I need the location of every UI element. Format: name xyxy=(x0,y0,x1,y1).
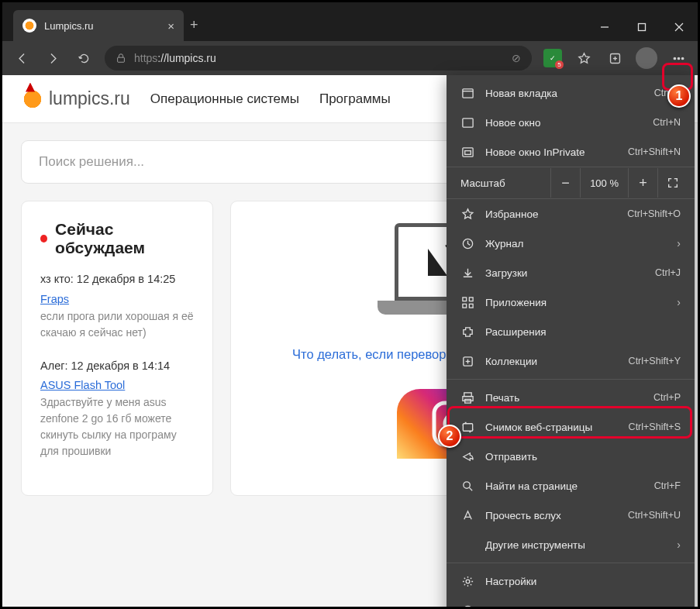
titlebar: Lumpics.ru × + xyxy=(2,2,698,41)
svg-rect-22 xyxy=(462,304,466,308)
menu-favorites[interactable]: Избранное Ctrl+Shift+O xyxy=(447,199,695,229)
svg-rect-18 xyxy=(464,150,471,154)
address-bar[interactable]: https://lumpics.ru ⊘ xyxy=(105,46,532,71)
extension-shield[interactable]: ✓ xyxy=(538,44,567,72)
svg-rect-27 xyxy=(464,392,471,396)
profile-icon[interactable] xyxy=(636,47,657,69)
apps-icon xyxy=(460,295,474,309)
collections-button[interactable] xyxy=(600,44,629,72)
search-icon xyxy=(460,479,474,493)
post-body: если прога рили хорошая я её скачаю я се… xyxy=(40,308,194,341)
discuss-heading: Сейчас обсуждаем xyxy=(40,220,194,257)
url-scheme: https xyxy=(134,52,157,64)
svg-point-31 xyxy=(463,481,470,488)
zoom-in-button[interactable]: + xyxy=(628,168,657,198)
site-logo[interactable]: lumpics.ru xyxy=(21,88,130,111)
close-tab-icon[interactable]: × xyxy=(167,19,174,33)
menu-inprivate[interactable]: Новое окно InPrivate Ctrl+Shift+N xyxy=(447,137,695,167)
new-tab-button[interactable]: + xyxy=(190,17,198,33)
lock-icon xyxy=(116,53,126,64)
maximize-button[interactable] xyxy=(623,13,660,41)
post-link[interactable]: ASUS Flash Tool xyxy=(40,379,125,391)
post-body: Здраствуйте у меня asus zenfone 2 go 16 … xyxy=(40,394,194,459)
print-icon xyxy=(460,391,474,404)
help-icon xyxy=(460,604,474,609)
favicon-icon xyxy=(22,19,36,33)
svg-rect-20 xyxy=(462,297,466,301)
menu-share[interactable]: Отправить xyxy=(447,442,695,471)
svg-line-32 xyxy=(469,487,472,490)
svg-point-34 xyxy=(463,606,472,609)
svg-point-33 xyxy=(466,580,470,583)
menu-find[interactable]: Найти на странице Ctrl+F xyxy=(447,471,695,501)
logo-text: lumpics.ru xyxy=(49,88,130,109)
tab-title: Lumpics.ru xyxy=(44,20,94,32)
zoom-out-button[interactable]: − xyxy=(550,168,580,198)
menu-extensions[interactable]: Расширения xyxy=(447,317,695,346)
nav-programs[interactable]: Программы xyxy=(319,91,391,107)
menu-settings[interactable]: Настройки xyxy=(447,566,695,596)
browser-menu: Новая вкладка Ctrl+T Новое окно Ctrl+N Н… xyxy=(447,75,695,609)
chevron-right-icon: › xyxy=(677,296,681,308)
star-icon xyxy=(460,207,474,221)
chevron-right-icon: › xyxy=(677,604,681,609)
inprivate-icon xyxy=(460,145,474,159)
menu-collections[interactable]: Коллекции Ctrl+Shift+Y xyxy=(447,346,695,376)
forward-button[interactable] xyxy=(38,44,67,72)
extensions-icon xyxy=(460,325,474,339)
discussion-post: хз кто: 12 декабря в 14:25 Fraps если пр… xyxy=(40,271,194,341)
zoom-value: 100 % xyxy=(580,168,628,198)
fullscreen-button[interactable] xyxy=(657,168,687,198)
favorites-button[interactable] xyxy=(569,44,598,72)
menu-apps[interactable]: Приложения › xyxy=(447,287,695,317)
new-tab-icon xyxy=(460,86,474,100)
share-icon xyxy=(460,449,474,463)
url-text: ://lumpics.ru xyxy=(157,52,216,64)
svg-point-8 xyxy=(674,57,675,59)
discussion-card: Сейчас обсуждаем хз кто: 12 декабря в 14… xyxy=(21,201,213,496)
annotation-badge-2: 2 xyxy=(438,425,461,448)
svg-rect-14 xyxy=(462,88,472,97)
svg-point-9 xyxy=(678,57,679,59)
post-link[interactable]: Fraps xyxy=(40,293,69,305)
svg-rect-16 xyxy=(462,118,472,126)
reader-icon[interactable]: ⊘ xyxy=(512,52,521,64)
menu-zoom: Масштаб − 100 % + xyxy=(447,167,695,199)
annotation-highlight-2 xyxy=(447,406,692,439)
menu-more-tools[interactable]: Другие инструменты › xyxy=(447,530,695,559)
svg-rect-4 xyxy=(118,57,125,62)
chevron-right-icon: › xyxy=(677,237,681,249)
new-window-icon xyxy=(460,115,474,129)
svg-rect-23 xyxy=(469,304,473,308)
history-icon xyxy=(460,236,474,250)
annotation-badge-1: 1 xyxy=(667,84,691,108)
menu-new-tab[interactable]: Новая вкладка Ctrl+T xyxy=(447,78,695,108)
close-window-button[interactable] xyxy=(660,13,698,41)
menu-downloads[interactable]: Загрузки Ctrl+J xyxy=(447,258,695,287)
browser-tab[interactable]: Lumpics.ru × xyxy=(13,10,184,41)
gear-icon xyxy=(460,574,474,588)
menu-new-window[interactable]: Новое окно Ctrl+N xyxy=(447,108,695,137)
collections-icon xyxy=(460,354,474,368)
logo-icon xyxy=(21,88,44,111)
svg-rect-1 xyxy=(639,24,646,31)
svg-point-10 xyxy=(681,57,683,59)
menu-help[interactable]: Справка и отзывы › xyxy=(447,596,695,609)
minimize-button[interactable] xyxy=(586,13,623,41)
back-button[interactable] xyxy=(7,44,36,72)
toolbar: https://lumpics.ru ⊘ ✓ xyxy=(2,41,698,75)
svg-rect-17 xyxy=(462,147,472,156)
download-icon xyxy=(460,266,474,280)
svg-rect-28 xyxy=(462,396,472,401)
post-meta: хз кто: 12 декабря в 14:25 xyxy=(40,271,194,288)
nav-os[interactable]: Операционные системы xyxy=(150,91,299,107)
chevron-right-icon: › xyxy=(677,538,681,551)
post-meta: Алег: 12 декабря в 14:14 xyxy=(40,358,194,375)
svg-rect-21 xyxy=(469,297,473,301)
live-dot-icon xyxy=(40,235,47,243)
read-aloud-icon xyxy=(460,508,474,522)
discussion-post: Алег: 12 декабря в 14:14 ASUS Flash Tool… xyxy=(40,358,194,460)
menu-history[interactable]: Журнал › xyxy=(447,229,695,258)
menu-read-aloud[interactable]: Прочесть вслух Ctrl+Shift+U xyxy=(447,501,695,530)
refresh-button[interactable] xyxy=(69,44,98,72)
